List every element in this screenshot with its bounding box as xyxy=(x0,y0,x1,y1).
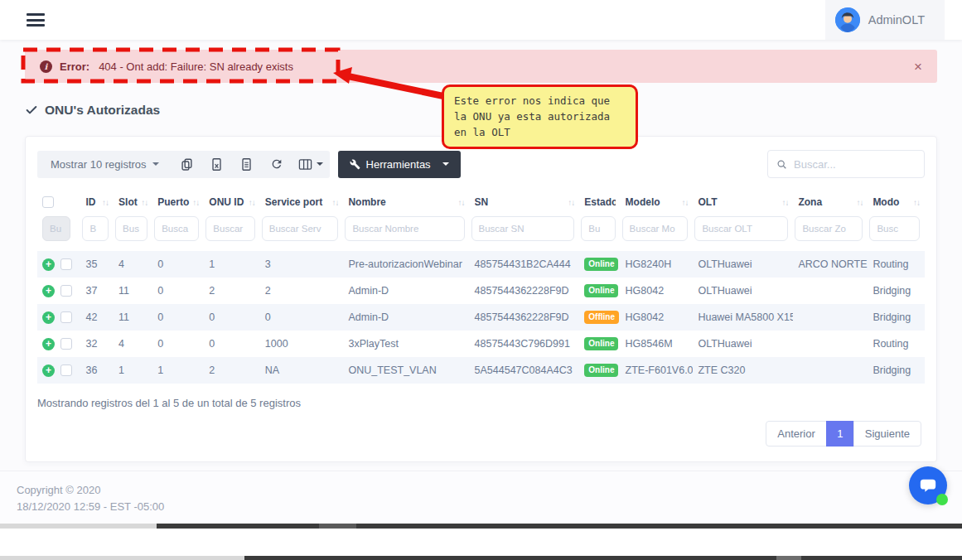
filter-input-puerto[interactable] xyxy=(154,216,199,241)
sort-icon[interactable]: ↑↓ xyxy=(856,198,863,207)
hamburger-menu-icon[interactable] xyxy=(27,11,45,30)
column-header-id[interactable]: ID↑↓ xyxy=(80,190,114,215)
chevron-down-icon xyxy=(152,162,159,166)
column-label: Zona xyxy=(798,196,822,208)
cell-nombre: Admin-D xyxy=(343,304,469,331)
cell-id: 36 xyxy=(80,357,114,384)
column-header-onu_id[interactable]: ONU ID↑↓ xyxy=(204,190,259,215)
row-checkbox[interactable] xyxy=(60,311,72,323)
sort-icon[interactable]: ↑↓ xyxy=(458,198,465,207)
alert-close-icon[interactable]: × xyxy=(914,60,922,74)
tools-button[interactable]: Herramientas xyxy=(338,151,461,178)
filter-cell-onu_id xyxy=(204,215,259,251)
progress-bar-top xyxy=(0,524,962,529)
cell-slot: 11 xyxy=(114,278,152,304)
sort-icon[interactable]: ↑↓ xyxy=(249,198,255,207)
filter-input-modo[interactable] xyxy=(869,216,920,241)
column-label: ONU ID xyxy=(209,196,244,208)
expand-row-icon[interactable]: + xyxy=(42,258,55,271)
sort-icon[interactable]: ↑↓ xyxy=(102,198,109,207)
column-header-modo[interactable]: Modo↑↓ xyxy=(868,190,925,215)
error-alert: i Error: 404 - Ont add: Failure: SN alre… xyxy=(25,50,937,83)
filter-input-sn[interactable] xyxy=(471,216,575,241)
filter-input-onu_id[interactable] xyxy=(205,216,254,241)
filter-cell-slot xyxy=(114,215,152,251)
copy-icon[interactable] xyxy=(172,151,202,178)
cell-modelo: HG8042 xyxy=(621,304,694,331)
filter-input-nombre[interactable] xyxy=(345,216,464,241)
filter-input-service_port[interactable] xyxy=(262,216,339,241)
column-header-slot[interactable]: Slot↑↓ xyxy=(114,190,152,215)
filter-input-zona[interactable] xyxy=(795,216,863,241)
column-header-service_port[interactable]: Service port↑↓ xyxy=(260,190,344,215)
filter-input-id[interactable] xyxy=(82,216,109,241)
excel-export-icon[interactable] xyxy=(202,151,232,178)
info-circle-icon: i xyxy=(40,60,52,73)
expand-row-icon[interactable]: + xyxy=(42,364,55,377)
chat-widget-button[interactable] xyxy=(909,466,947,504)
cell-onu_id: 2 xyxy=(204,278,259,304)
filter-input-slot[interactable] xyxy=(115,216,147,241)
column-label: Modelo xyxy=(626,196,660,208)
cell-id: 35 xyxy=(80,251,114,278)
chat-bubble-icon xyxy=(919,476,937,495)
expand-row-icon[interactable]: + xyxy=(42,285,55,297)
pagination-page-1[interactable]: 1 xyxy=(826,421,854,447)
cell-nombre: Admin-D xyxy=(343,278,469,304)
column-header-select xyxy=(37,190,80,215)
column-header-modelo[interactable]: Modelo↑↓ xyxy=(621,190,694,215)
expand-row-icon[interactable]: + xyxy=(42,311,55,324)
cell-modelo: ZTE-F601V6.0 xyxy=(621,357,694,384)
cell-slot: 1 xyxy=(114,357,152,384)
show-entries-label: Mostrar 10 registros xyxy=(51,158,147,171)
sort-icon[interactable]: ↑↓ xyxy=(192,198,199,207)
cell-zona xyxy=(793,304,868,331)
refresh-icon[interactable] xyxy=(262,151,292,178)
top-navbar: AdminOLT xyxy=(0,0,962,40)
table-header-row: ID↑↓Slot↑↓Puerto↑↓ONU ID↑↓Service port↑↓… xyxy=(37,190,925,215)
column-visibility-icon[interactable] xyxy=(292,151,330,178)
filter-input-olt[interactable] xyxy=(694,216,788,241)
cell-modelo: HG8546M xyxy=(621,331,694,357)
filter-cell-id xyxy=(80,215,114,251)
copyright-text: Copyright © 2020 xyxy=(17,482,945,499)
row-checkbox[interactable] xyxy=(60,258,72,270)
cell-olt: ZTE C320 xyxy=(693,357,793,384)
select-all-checkbox[interactable] xyxy=(42,196,54,208)
pagination-previous[interactable]: Anterior xyxy=(766,421,827,447)
pagination-next[interactable]: Siguiente xyxy=(853,421,921,447)
column-header-nombre[interactable]: Nombre↑↓ xyxy=(343,190,469,215)
sort-icon[interactable]: ↑↓ xyxy=(141,198,147,207)
sort-icon[interactable]: ↑↓ xyxy=(913,198,920,207)
cell-modo: Routing xyxy=(868,251,925,278)
column-header-puerto[interactable]: Puerto↑↓ xyxy=(152,190,204,215)
filter-input-modelo[interactable] xyxy=(622,216,689,241)
annotation-callout: Este error nos indica que la ONU ya esta… xyxy=(442,84,638,149)
show-entries-dropdown[interactable]: Mostrar 10 registros xyxy=(37,151,172,178)
user-menu[interactable]: AdminOLT xyxy=(825,0,945,40)
search-input[interactable] xyxy=(794,158,916,171)
filter-input-estado[interactable] xyxy=(581,216,615,241)
sort-icon[interactable]: ↑↓ xyxy=(781,198,788,207)
table-row: +4211000Admin-D4857544362228F9DOfflineHG… xyxy=(37,304,925,331)
cell-sn: 485754431B2CA444 xyxy=(470,251,580,278)
cell-modelo: HG8240H xyxy=(621,251,694,278)
search-box xyxy=(767,150,925,178)
row-checkbox[interactable] xyxy=(60,285,72,297)
cell-sn: 4857544362228F9D xyxy=(470,304,580,331)
sort-icon[interactable]: ↑↓ xyxy=(568,198,574,207)
expand-row-icon[interactable]: + xyxy=(42,338,55,350)
column-header-sn[interactable]: SN↑↓ xyxy=(470,190,580,215)
row-checkbox[interactable] xyxy=(60,364,72,376)
file-export-icon[interactable] xyxy=(232,151,262,178)
sort-icon[interactable]: ↑↓ xyxy=(681,198,688,207)
datetime-text: 18/12/2020 12:59 - EST -05:00 xyxy=(17,499,945,515)
filter-input-select xyxy=(42,216,70,241)
column-label: Modo xyxy=(873,196,899,208)
row-checkbox[interactable] xyxy=(60,338,72,350)
column-header-olt[interactable]: OLT↑↓ xyxy=(693,190,793,215)
search-icon xyxy=(776,158,787,171)
column-header-zona[interactable]: Zona↑↓ xyxy=(793,190,868,215)
cell-onu_id: 1 xyxy=(204,251,259,278)
sort-icon[interactable]: ↑↓ xyxy=(331,198,338,207)
